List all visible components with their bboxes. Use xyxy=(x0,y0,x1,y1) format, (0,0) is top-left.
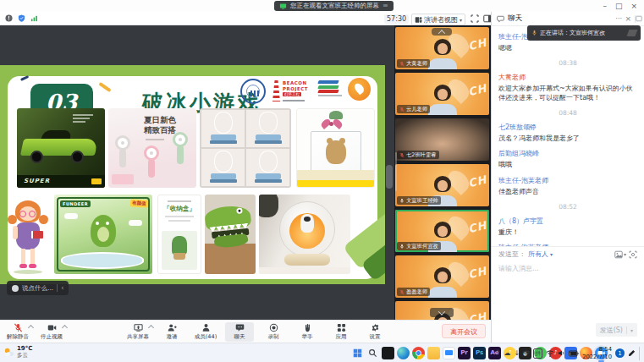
meeting-toolbar: 解除静音停止视频 共享屏幕邀请成员(44)聊天录制举手应用设置 离开会议 xyxy=(0,320,491,343)
chat-close-button[interactable]: × xyxy=(625,14,631,23)
taskbar-clock[interactable]: 8:54 2022/7/10 xyxy=(582,346,612,360)
collapse-strip-button[interactable] xyxy=(432,28,452,36)
chat-sender-name: 班主任-泡芙老师 xyxy=(498,176,637,185)
screenshot-button[interactable] xyxy=(629,250,637,259)
ime-mode-indicator[interactable]: 拼 xyxy=(533,348,542,359)
chat-sender-name: 八（8）卢宇置 xyxy=(498,217,637,226)
chevron-up-icon xyxy=(438,30,445,36)
toolbar-record-button[interactable]: 录制 xyxy=(259,322,288,342)
toolbar-invite-button[interactable]: 邀请 xyxy=(157,322,186,342)
ime-language-indicator[interactable]: 中 xyxy=(523,348,530,358)
toolbar-button-label: 应用 xyxy=(336,333,347,341)
toolbar-button-label: 举手 xyxy=(302,333,313,341)
scroll-down-button[interactable] xyxy=(430,308,454,317)
comment-input-pill[interactable]: 说点什么... ‹ xyxy=(7,281,69,295)
wifi-icon[interactable] xyxy=(546,349,554,358)
insert-image-button[interactable]: ▾ xyxy=(614,250,626,259)
taskbar-weather-widget[interactable]: 19°C 多云 xyxy=(3,346,32,359)
participant-tile[interactable]: CH 文宣班何宜孜 xyxy=(395,210,489,252)
participant-name: 大黄老师 xyxy=(406,60,427,68)
mic-on-icon xyxy=(399,198,405,204)
send-button[interactable]: 发送(S) ▾ xyxy=(596,323,637,337)
taskbar-edge-icon[interactable] xyxy=(397,347,410,359)
toolbar-share-screen-button[interactable]: 共享屏幕 xyxy=(124,322,152,342)
taskbar-premiere-icon[interactable]: Pr xyxy=(458,347,471,359)
chat-timestamp: 08:38 xyxy=(498,59,637,67)
banner-menu-icon[interactable]: ≡ xyxy=(383,1,388,11)
torch-watermark-text: CH xyxy=(466,82,487,99)
participant-tile[interactable]: CH 云儿老师 xyxy=(395,73,489,115)
product-image-storage-box: 「收纳盒」 xyxy=(157,195,201,274)
toolbar-camera-button[interactable]: 停止视频 xyxy=(37,322,66,342)
chat-message: 八（8）卢宇置 重庆！ xyxy=(498,217,637,238)
mic-muted-icon xyxy=(399,289,405,295)
chat-undock-icon[interactable] xyxy=(636,15,642,22)
participant-tile[interactable]: CH 文宣班王经帅 xyxy=(395,164,489,206)
view-mode-selector[interactable]: 演讲者视图 ▾ xyxy=(411,14,465,25)
collapse-pill-icon[interactable]: ‹ xyxy=(61,284,63,292)
taskbar-photoshop-icon[interactable]: Ps xyxy=(473,347,486,359)
toolbar-button-label: 停止视频 xyxy=(41,333,63,341)
record-icon xyxy=(269,323,278,332)
chat-panel: 聊天 ··· × 正在讲话：文宣班何宜孜 班主任-泡芙老师 嗯嗯 08:38 大… xyxy=(491,12,644,343)
meeting-info-icon[interactable] xyxy=(5,14,13,22)
taskbar-video-tool-icon[interactable] xyxy=(382,347,394,359)
toolbar-button-label: 设置 xyxy=(370,333,381,341)
send-to-selector[interactable]: 所有人 ▾ xyxy=(528,250,553,259)
volume-icon[interactable] xyxy=(558,349,565,357)
taskbar-mail-icon[interactable] xyxy=(443,347,455,359)
screen-share-banner[interactable]: 您正在观看文宣班王经帅的屏幕 ≡ xyxy=(274,1,394,11)
participant-name-tag: 文宣班王经帅 xyxy=(397,196,441,205)
toolbar-mic-muted-button[interactable]: 解除静音 xyxy=(3,322,32,342)
hidden-icons-chevron[interactable]: ^ xyxy=(495,349,501,357)
toolbar-hand-button[interactable]: 举手 xyxy=(293,322,322,342)
send-to-label: 发送至： xyxy=(498,250,526,259)
leave-meeting-button[interactable]: 离开会议 xyxy=(442,324,486,338)
torch-logo xyxy=(348,78,371,101)
taskbar-search-icon[interactable] xyxy=(366,347,379,359)
battery-icon[interactable] xyxy=(569,350,579,357)
show-desktop-button[interactable] xyxy=(639,347,641,360)
video-strip-resize-handle[interactable] xyxy=(386,165,393,189)
download-icon[interactable]: ↓ xyxy=(514,349,520,357)
chat-message-text: 哦哦 xyxy=(498,160,637,170)
taskbar-start-icon[interactable] xyxy=(351,347,364,359)
toolbar-apps-button[interactable]: 应用 xyxy=(327,322,355,342)
beacon-project-logo: BEACON PROJECT 灯塔工程 xyxy=(272,79,313,105)
chevron-down-icon: ▾ xyxy=(550,251,553,257)
security-shield-icon[interactable] xyxy=(18,14,25,22)
chat-header: 聊天 ··· × xyxy=(492,12,644,26)
window-minimize-button[interactable]: – xyxy=(603,0,607,12)
notification-badge[interactable]: 1 xyxy=(615,348,625,358)
pen-icon[interactable] xyxy=(628,349,636,357)
strip-scrollbar[interactable] xyxy=(395,152,397,191)
participant-tile[interactable]: CH 七2班叶雯睿 xyxy=(395,118,489,161)
participant-tile[interactable]: CH 盈盈老师 xyxy=(395,255,489,298)
cloud-icon[interactable]: ☁ xyxy=(504,349,510,357)
toolbar-settings-button[interactable]: 设置 xyxy=(361,322,389,342)
chat-message-text: 嗯嗯 xyxy=(498,43,637,53)
chat-message-list[interactable]: 班主任-泡芙老师 嗯嗯 08:38 大黄老师 欢迎大家参加开幕式~大家如果有认识… xyxy=(492,27,644,247)
chat-message: 后勤组冯晓峰 哦哦 xyxy=(498,149,637,170)
fullscreen-button[interactable] xyxy=(471,14,479,23)
product-image-dino-head xyxy=(205,195,256,274)
chevron-up-icon[interactable] xyxy=(148,325,154,331)
torch-watermark-text: CH xyxy=(466,36,487,53)
weather-description: 多云 xyxy=(17,353,32,359)
toolbar-chat-button[interactable]: 聊天 xyxy=(225,322,254,342)
participant-name: 云儿老师 xyxy=(406,106,427,113)
taskbar-explorer-icon[interactable] xyxy=(427,347,440,359)
window-close-button[interactable]: × xyxy=(630,0,637,12)
screen-share-icon xyxy=(279,3,287,10)
toolbar-members-button[interactable]: 成员(44) xyxy=(191,322,220,342)
chevron-up-icon[interactable] xyxy=(28,325,34,331)
chevron-up-icon[interactable] xyxy=(62,325,68,331)
chat-more-button[interactable]: ··· xyxy=(615,15,622,23)
network-signal-icon xyxy=(30,14,38,22)
window-maximize-button[interactable]: □ xyxy=(615,0,623,12)
taskbar-chrome-icon[interactable] xyxy=(412,347,425,359)
comment-placeholder: 说点什么... xyxy=(22,284,53,293)
chat-input[interactable]: 请输入消息... xyxy=(492,261,644,276)
view-mode-label: 演讲者视图 xyxy=(424,15,458,25)
mic-muted-icon xyxy=(399,152,405,158)
